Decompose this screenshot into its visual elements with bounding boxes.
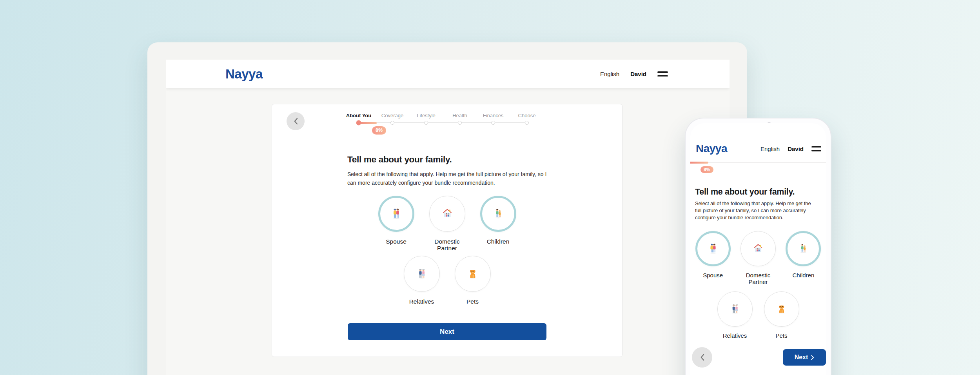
user-menu[interactable]: David [630, 71, 646, 77]
family-option-relatives[interactable]: Relatives [711, 291, 758, 339]
stepper-track [359, 122, 527, 123]
family-option-label: Relatives [723, 332, 747, 339]
marketing-background: Nayya English David About You [0, 0, 980, 375]
stepper-progress-fill [359, 122, 377, 124]
spouse-icon [389, 207, 403, 221]
domestic-partner-icon [440, 207, 454, 221]
hamburger-menu-icon[interactable] [811, 146, 821, 151]
page-title: Tell me about your family. [347, 155, 452, 165]
hamburger-menu-icon[interactable] [657, 71, 668, 76]
mobile-header: Nayya English David [696, 143, 821, 155]
family-option-label: Pets [466, 298, 479, 305]
mobile-nav: English David [760, 146, 821, 152]
onboarding-card: About You Coverage Lifestyle Health Fina… [272, 104, 622, 357]
desktop-nav: English David [600, 71, 668, 77]
family-option-circle[interactable] [695, 231, 731, 266]
nayya-logo[interactable]: Nayya [225, 67, 263, 82]
relatives-icon [728, 302, 742, 316]
family-option-label: Spouse [386, 238, 407, 245]
chevron-left-icon [700, 354, 704, 361]
family-option-circle[interactable] [764, 291, 799, 327]
family-option-domestic-partner[interactable]: Domestic Partner [422, 196, 473, 251]
family-options-row-2: Relatives Pets [690, 291, 826, 339]
step-about-you: About You [346, 113, 372, 118]
family-option-spouse[interactable]: Spouse [371, 196, 422, 251]
family-option-circle[interactable] [429, 196, 465, 232]
next-button[interactable]: Next [348, 323, 546, 340]
family-option-relatives[interactable]: Relatives [396, 256, 447, 305]
step-dot [424, 121, 428, 125]
language-selector[interactable]: English [600, 71, 619, 77]
back-button[interactable] [287, 112, 305, 130]
family-option-circle[interactable] [480, 196, 516, 232]
phone-screen: Nayya English David 8% Tell me about you… [690, 123, 826, 375]
family-option-spouse[interactable]: Spouse [690, 231, 735, 285]
family-option-label: Pets [775, 332, 787, 339]
family-option-label: Children [487, 238, 510, 245]
children-icon [491, 207, 505, 221]
family-option-label: Domestic Partner [742, 272, 775, 285]
page-description: Select all of the following that apply. … [695, 200, 813, 221]
family-option-label: Spouse [703, 272, 723, 279]
family-options-row-2: Relatives Pets [272, 256, 622, 305]
next-button[interactable]: Next [783, 349, 826, 366]
page-description: Select all of the following that apply. … [347, 170, 550, 187]
step-choose: Choose [518, 113, 536, 118]
family-option-domestic-partner[interactable]: Domestic Partner [735, 231, 780, 285]
next-button-label: Next [795, 354, 808, 361]
step-dot [390, 121, 394, 125]
family-option-children[interactable]: Children [473, 196, 524, 251]
step-dot [356, 120, 361, 126]
phone-device-frame: Nayya English David 8% Tell me about you… [685, 118, 831, 375]
relatives-icon [415, 267, 429, 281]
family-option-circle[interactable] [717, 291, 753, 327]
family-option-pets[interactable]: Pets [447, 256, 498, 305]
back-button[interactable] [692, 347, 712, 368]
desktop-screen: Nayya English David About You [166, 60, 730, 375]
family-option-circle[interactable] [404, 256, 440, 292]
step-dot [458, 121, 462, 125]
step-health: Health [452, 113, 467, 118]
desktop-header: Nayya English David [166, 60, 730, 88]
step-dot [491, 121, 495, 125]
desktop-device-frame: Nayya English David About You [147, 42, 747, 375]
spouse-icon [706, 242, 720, 255]
family-option-pets[interactable]: Pets [758, 291, 805, 339]
family-option-circle[interactable] [455, 256, 491, 292]
chevron-right-icon [811, 355, 814, 360]
pets-icon [466, 267, 480, 281]
step-lifestyle: Lifestyle [417, 113, 436, 118]
family-option-children[interactable]: Children [781, 231, 826, 285]
page-title: Tell me about your family. [695, 187, 795, 197]
step-dot [525, 121, 529, 125]
family-option-circle[interactable] [786, 231, 821, 266]
family-options-row-1: Spouse Domestic Partner Children [690, 231, 826, 285]
family-options-row-1: Spouse Domestic Partner Children [272, 196, 622, 251]
stepper-progress-fill [690, 162, 708, 164]
family-option-label: Children [792, 272, 814, 279]
children-icon [797, 242, 810, 255]
family-option-label: Relatives [409, 298, 434, 305]
stepper-track [690, 162, 826, 163]
language-selector[interactable]: English [760, 146, 780, 152]
chevron-left-icon [294, 118, 298, 125]
domestic-partner-icon [751, 242, 765, 255]
nayya-logo[interactable]: Nayya [696, 142, 727, 155]
progress-percent-badge: 8% [701, 166, 713, 173]
user-menu[interactable]: David [788, 146, 804, 152]
progress-percent-badge: 8% [372, 126, 386, 135]
family-option-circle[interactable] [740, 231, 776, 266]
pets-icon [775, 302, 788, 316]
family-option-circle[interactable] [378, 196, 414, 232]
step-coverage: Coverage [381, 113, 403, 118]
family-option-label: Domestic Partner [430, 238, 465, 251]
step-finances: Finances [483, 113, 504, 118]
